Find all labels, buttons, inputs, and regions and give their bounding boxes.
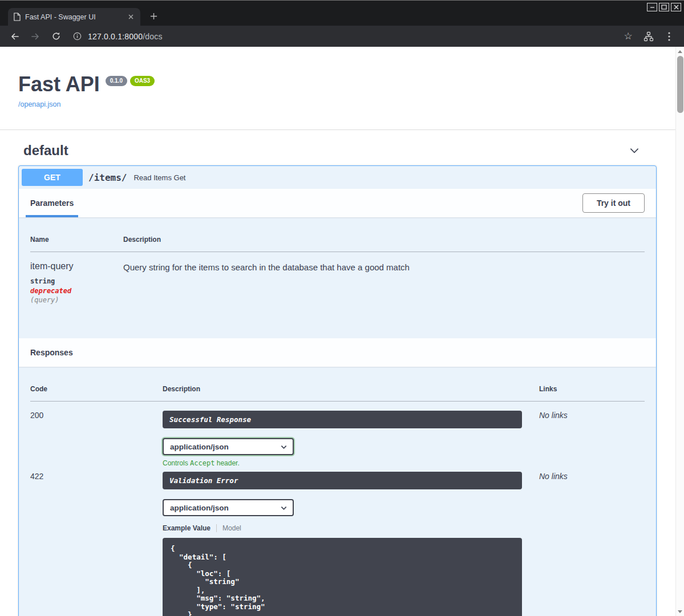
scroll-up-arrow[interactable] <box>676 47 684 55</box>
responses-table: Code Description Links 200 Successful Re… <box>30 378 645 616</box>
close-button[interactable] <box>671 3 681 11</box>
controls-note-suffix: header. <box>214 459 239 467</box>
url-text: 127.0.0.1:8000/docs <box>88 32 163 41</box>
tab-close-icon[interactable] <box>126 13 135 22</box>
opblock-summary[interactable]: GET /items/ Read Items Get <box>19 166 656 189</box>
chevron-down-icon <box>280 504 288 512</box>
sitemap-icon[interactable] <box>641 29 657 44</box>
tag-title: default <box>23 143 68 159</box>
response-row-422: 422 Validation Error application/json <box>30 467 645 616</box>
site-info-icon[interactable] <box>73 32 82 40</box>
oas-badge: OAS3 <box>130 76 155 86</box>
api-info: Fast API 0.1.0 OAS3 /openapi.json <box>18 47 657 109</box>
media-type-select-200[interactable]: application/json <box>163 438 294 455</box>
parameters-section: Name Description item-query string depre… <box>19 217 656 338</box>
parameter-row: item-query string deprecated (query) Que… <box>30 252 645 305</box>
parameter-location: (query) <box>30 296 123 304</box>
tab-example-value[interactable]: Example Value <box>163 524 211 532</box>
document-favicon-icon <box>13 13 21 21</box>
tab-divider <box>216 524 217 532</box>
example-json: { "detail": [ { "loc": [ "string" ], "ms… <box>171 545 514 616</box>
tab-title: Fast API - Swagger UI <box>25 13 122 21</box>
scrollbar-thumb[interactable] <box>677 56 683 113</box>
parameter-name: item-query <box>30 261 123 271</box>
url-host: 127.0.0.1:8000 <box>88 32 143 41</box>
operation-summary: Read Items Get <box>133 173 185 182</box>
example-model-tabs: Example Value Model <box>163 524 539 532</box>
operation-path: /items/ <box>88 172 127 183</box>
back-button[interactable] <box>7 29 23 44</box>
page-content: Fast API 0.1.0 OAS3 /openapi.json defaul… <box>0 47 684 616</box>
param-name-header: Name <box>30 229 123 252</box>
scroll-down-arrow[interactable] <box>676 607 684 615</box>
scrollbar[interactable] <box>675 47 684 616</box>
response-description-box: Validation Error <box>163 472 522 489</box>
openapi-spec-link[interactable]: /openapi.json <box>18 100 60 108</box>
media-type-select-422[interactable]: application/json <box>163 499 294 516</box>
tab-parameters[interactable]: Parameters <box>30 189 74 217</box>
controls-accept-note: Controls Accept header. <box>163 459 539 467</box>
response-code: 422 <box>30 472 163 481</box>
response-description-box: Successful Response <box>163 411 522 428</box>
opblock-get-items: GET /items/ Read Items Get Parameters Tr… <box>18 165 657 616</box>
example-json-block: { "detail": [ { "loc": [ "string" ], "ms… <box>163 538 522 616</box>
response-links: No links <box>539 411 645 420</box>
maximize-button[interactable] <box>659 3 669 11</box>
browser-titlebar: Fast API - Swagger UI <box>0 0 684 26</box>
parameter-deprecated-flag: deprecated <box>30 287 123 295</box>
menu-kebab-icon[interactable] <box>661 29 677 44</box>
responses-header: Responses <box>19 338 656 367</box>
forward-button[interactable] <box>27 29 43 44</box>
param-description-header: Description <box>123 229 645 252</box>
parameters-tab-label: Parameters <box>30 198 74 208</box>
parameters-header: Parameters Try it out <box>19 189 656 217</box>
collapse-chevron-icon[interactable] <box>628 144 641 157</box>
browser-window: Fast API - Swagger UI <box>0 0 684 616</box>
url-path: /docs <box>143 32 162 41</box>
new-tab-button[interactable] <box>146 9 161 23</box>
parameter-type: string <box>30 277 123 285</box>
controls-note-code: Accept <box>190 459 214 467</box>
response-code-header: Code <box>30 378 163 402</box>
api-title: Fast API <box>18 72 100 96</box>
media-type-value: application/json <box>170 504 229 512</box>
parameter-description: Query string for the items to search in … <box>123 261 645 273</box>
response-links: No links <box>539 472 645 481</box>
tag-header-default[interactable]: default <box>18 130 657 165</box>
chevron-down-icon <box>280 443 288 451</box>
media-type-value: application/json <box>170 443 229 451</box>
http-method-badge: GET <box>22 169 83 186</box>
controls-note-prefix: Controls <box>163 459 190 467</box>
version-badge: 0.1.0 <box>106 76 127 86</box>
browser-toolbar: 127.0.0.1:8000/docs ☆ <box>0 26 684 47</box>
window-controls <box>647 3 681 11</box>
response-description-header: Description <box>163 378 539 402</box>
parameters-table: Name Description item-query string depre… <box>30 229 645 304</box>
responses-title: Responses <box>30 348 73 357</box>
address-bar[interactable]: 127.0.0.1:8000/docs <box>68 29 616 44</box>
browser-tab[interactable]: Fast API - Swagger UI <box>8 8 140 26</box>
responses-section: Code Description Links 200 Successful Re… <box>19 367 656 616</box>
tab-model[interactable]: Model <box>222 524 241 532</box>
minimize-button[interactable] <box>647 3 657 11</box>
response-row-200: 200 Successful Response application/json <box>30 402 645 468</box>
response-code: 200 <box>30 411 163 420</box>
bookmark-star-icon[interactable]: ☆ <box>620 29 636 44</box>
reload-button[interactable] <box>48 29 64 44</box>
try-it-out-button[interactable]: Try it out <box>582 193 645 213</box>
response-links-header: Links <box>539 378 645 402</box>
